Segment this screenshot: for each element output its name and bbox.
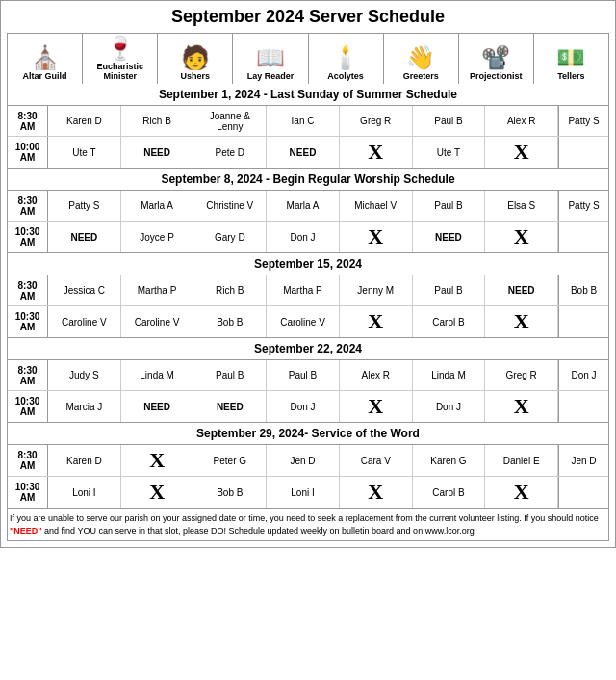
data-cell: Carol B bbox=[413, 306, 486, 337]
data-cell: Jessica C bbox=[48, 275, 121, 305]
acolytes-icon: 🕯️ bbox=[331, 46, 360, 69]
data-cell: X bbox=[340, 222, 413, 252]
tellers-label: Tellers bbox=[557, 71, 584, 81]
section-header-1: September 8, 2024 - Begin Regular Worshi… bbox=[7, 169, 609, 191]
data-cell: Paul B bbox=[193, 360, 267, 390]
table-row: 10:30AMNEEDJoyce PGary DDon JXNEEDX bbox=[8, 222, 608, 252]
data-cell: Gary D bbox=[193, 222, 267, 252]
table-row: 10:30AMLoni IXBob BLoni IXCarol BX bbox=[8, 477, 608, 508]
extra-cell: Patty S bbox=[558, 191, 608, 221]
data-cell: Loni I bbox=[48, 477, 121, 508]
header-acolytes: 🕯️ Acolytes bbox=[309, 34, 384, 84]
table-row: 10:30AMCaroline VCaroline VBob BCaroline… bbox=[8, 306, 608, 337]
data-cell: X bbox=[121, 445, 194, 476]
data-cell: Jen D bbox=[267, 445, 340, 476]
data-cell: X bbox=[485, 137, 558, 168]
data-cell: Judy S bbox=[48, 360, 121, 390]
x-mark: X bbox=[368, 140, 383, 165]
section-header-2: September 15, 2024 bbox=[7, 253, 609, 275]
data-cell: Don J bbox=[413, 391, 486, 422]
time-cell: 8:30AM bbox=[8, 445, 48, 476]
data-cell: Don J bbox=[267, 391, 340, 422]
extra-cell bbox=[558, 306, 608, 337]
footer-text-2: and find YOU can serve in that slot, ple… bbox=[42, 526, 475, 536]
greeters-icon: 👋 bbox=[406, 46, 435, 69]
data-cell: NEED bbox=[485, 275, 558, 305]
data-cell: Rich B bbox=[193, 275, 267, 305]
data-cell: Karen D bbox=[48, 445, 121, 476]
x-mark: X bbox=[368, 224, 383, 249]
data-cell: Caroline V bbox=[267, 306, 340, 337]
header-greeters: 👋 Greeters bbox=[384, 34, 459, 84]
header-layreader: 📖 Lay Reader bbox=[233, 34, 308, 84]
table-row: 8:30AMJessica CMartha PRich BMartha PJen… bbox=[8, 275, 608, 306]
extra-cell: Don J bbox=[558, 360, 608, 390]
x-mark: X bbox=[368, 309, 383, 334]
data-cell: NEED bbox=[121, 137, 194, 168]
data-cell: Bob B bbox=[193, 477, 267, 508]
data-cell: Elsa S bbox=[485, 191, 558, 221]
layreader-icon: 📖 bbox=[256, 46, 285, 69]
time-cell: 10:30AM bbox=[8, 306, 48, 337]
header-eucharistic: 🍷 Eucharistic Minister bbox=[83, 34, 158, 84]
data-cell: Paul B bbox=[413, 106, 486, 136]
eucharistic-label: Eucharistic Minister bbox=[85, 62, 155, 81]
extra-cell: Patty S bbox=[558, 106, 608, 136]
page-container: September 2024 Server Schedule ⛪ Altar G… bbox=[0, 0, 616, 548]
header-tellers: 💵 Tellers bbox=[534, 34, 608, 84]
table-row: 10:30AMMarcia JNEEDNEEDDon JXDon JX bbox=[8, 391, 608, 422]
data-cell: X bbox=[485, 477, 558, 508]
data-cell: NEED bbox=[413, 222, 486, 252]
data-cell: Greg R bbox=[340, 106, 413, 136]
data-cell: Paul B bbox=[413, 275, 486, 305]
ushers-icon: 🧑 bbox=[181, 46, 210, 69]
data-cell: Martha P bbox=[267, 275, 340, 305]
x-mark: X bbox=[514, 394, 529, 419]
x-mark: X bbox=[514, 140, 529, 165]
data-cell: Alex R bbox=[485, 106, 558, 136]
data-cell: Bob B bbox=[193, 306, 267, 337]
layreader-label: Lay Reader bbox=[247, 71, 295, 81]
time-cell: 8:30AM bbox=[8, 275, 48, 305]
extra-cell bbox=[558, 477, 608, 508]
extra-cell: Bob B bbox=[558, 275, 608, 305]
x-mark: X bbox=[514, 309, 529, 334]
extra-cell bbox=[558, 391, 608, 422]
data-cell: Ute T bbox=[48, 137, 121, 168]
data-cell: Christine V bbox=[193, 191, 267, 221]
x-mark: X bbox=[149, 480, 165, 505]
x-mark: X bbox=[514, 480, 529, 505]
section-header-3: September 22, 2024 bbox=[7, 338, 609, 360]
data-cell: Alex R bbox=[340, 360, 413, 390]
table-row: 10:00AMUte TNEEDPete DNEEDXUte TX bbox=[8, 137, 608, 168]
service-block-3: 8:30AMJudy SLinda MPaul BPaul BAlex RLin… bbox=[7, 360, 609, 423]
data-cell: Daniel E bbox=[485, 445, 558, 476]
data-cell: Cara V bbox=[340, 445, 413, 476]
time-cell: 8:30AM bbox=[8, 191, 48, 221]
data-cell: NEED bbox=[193, 391, 267, 422]
data-cell: Linda M bbox=[413, 360, 486, 390]
section-header-4: September 29, 2024- Service of the Word bbox=[7, 423, 609, 445]
extra-cell: Jen D bbox=[558, 445, 608, 476]
column-headers: ⛪ Altar Guild 🍷 Eucharistic Minister 🧑 U… bbox=[7, 33, 609, 84]
data-cell: Don J bbox=[267, 222, 340, 252]
data-cell: X bbox=[485, 222, 558, 252]
data-cell: Pete D bbox=[193, 137, 267, 168]
time-cell: 10:30AM bbox=[8, 222, 48, 252]
data-cell: Ute T bbox=[413, 137, 486, 168]
time-cell: 8:30AM bbox=[8, 360, 48, 390]
data-cell: Joanne & Lenny bbox=[193, 106, 267, 136]
data-cell: X bbox=[340, 137, 413, 168]
footer-need: "NEED" bbox=[10, 526, 42, 536]
extra-cell bbox=[558, 222, 608, 252]
time-cell: 8:30AM bbox=[8, 106, 48, 136]
data-cell: Patty S bbox=[48, 191, 121, 221]
table-row: 8:30AMPatty SMarla AChristine VMarla AMi… bbox=[8, 191, 608, 222]
data-cell: NEED bbox=[121, 391, 194, 422]
data-cell: Paul B bbox=[413, 191, 486, 221]
data-cell: X bbox=[121, 477, 194, 508]
header-ushers: 🧑 Ushers bbox=[158, 34, 233, 84]
data-cell: X bbox=[340, 477, 413, 508]
data-cell: Loni I bbox=[267, 477, 340, 508]
x-mark: X bbox=[368, 480, 383, 505]
